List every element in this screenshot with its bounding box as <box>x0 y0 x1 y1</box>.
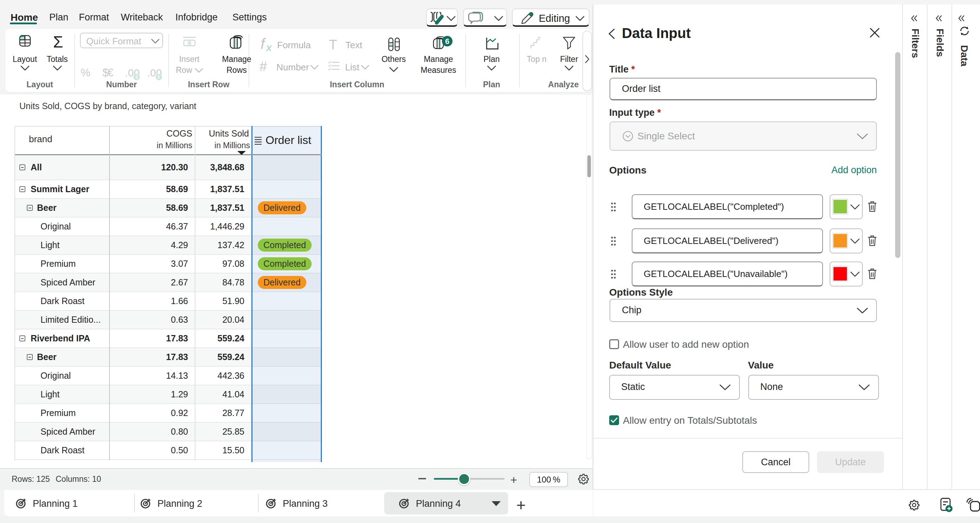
svg-text:6: 6 <box>445 37 449 46</box>
